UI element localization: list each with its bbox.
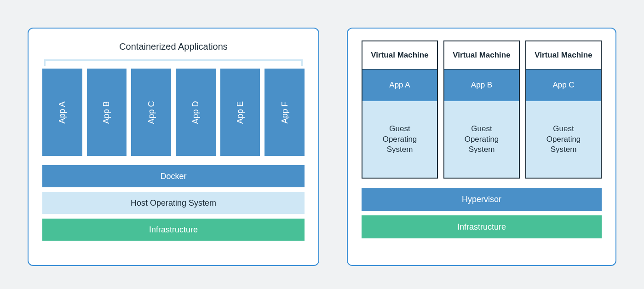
container-app: App C	[131, 69, 171, 156]
vm-title: Virtual Machine	[444, 41, 519, 69]
apps-bracket	[44, 59, 303, 66]
vm-guest-os-layer: GuestOperatingSystem	[526, 101, 601, 178]
vm-title: Virtual Machine	[362, 41, 437, 69]
vms-row: Virtual Machine App A GuestOperatingSyst…	[362, 40, 602, 179]
container-app-label: App C	[146, 101, 156, 124]
container-app-label: App D	[191, 101, 201, 124]
vm-guest-os-layer: GuestOperatingSystem	[362, 101, 437, 178]
container-app-label: App F	[280, 101, 289, 123]
vms-panel: Virtual Machine App A GuestOperatingSyst…	[347, 28, 616, 266]
infrastructure-layer: Infrastructure	[42, 219, 305, 241]
container-app: App F	[264, 69, 305, 156]
vm-app-layer: App A	[362, 69, 437, 101]
container-app: App B	[87, 69, 127, 156]
diagram-canvas: Containerized Applications App A App B A…	[0, 0, 644, 289]
container-app-label: App E	[236, 101, 245, 123]
container-apps-row: App A App B App C App D App E App F	[42, 69, 305, 156]
container-app: App D	[176, 69, 216, 156]
vm-app-layer: App C	[526, 69, 601, 101]
vm-column: Virtual Machine App B GuestOperatingSyst…	[443, 40, 520, 179]
container-app: App E	[220, 69, 260, 156]
container-app: App A	[42, 69, 82, 156]
vm-column: Virtual Machine App A GuestOperatingSyst…	[362, 40, 438, 179]
docker-layer: Docker	[42, 165, 305, 187]
vm-title: Virtual Machine	[526, 41, 601, 69]
vm-app-layer: App B	[444, 69, 519, 101]
hypervisor-layer: Hypervisor	[362, 188, 602, 211]
host-os-layer: Host Operating System	[42, 192, 305, 214]
vm-guest-os-layer: GuestOperatingSystem	[444, 101, 519, 178]
infrastructure-layer: Infrastructure	[362, 215, 602, 238]
containers-panel: Containerized Applications App A App B A…	[28, 28, 319, 266]
containers-title: Containerized Applications	[42, 41, 305, 52]
vm-column: Virtual Machine App C GuestOperatingSyst…	[525, 40, 602, 179]
container-app-label: App B	[102, 101, 112, 123]
container-app-label: App A	[58, 101, 67, 123]
